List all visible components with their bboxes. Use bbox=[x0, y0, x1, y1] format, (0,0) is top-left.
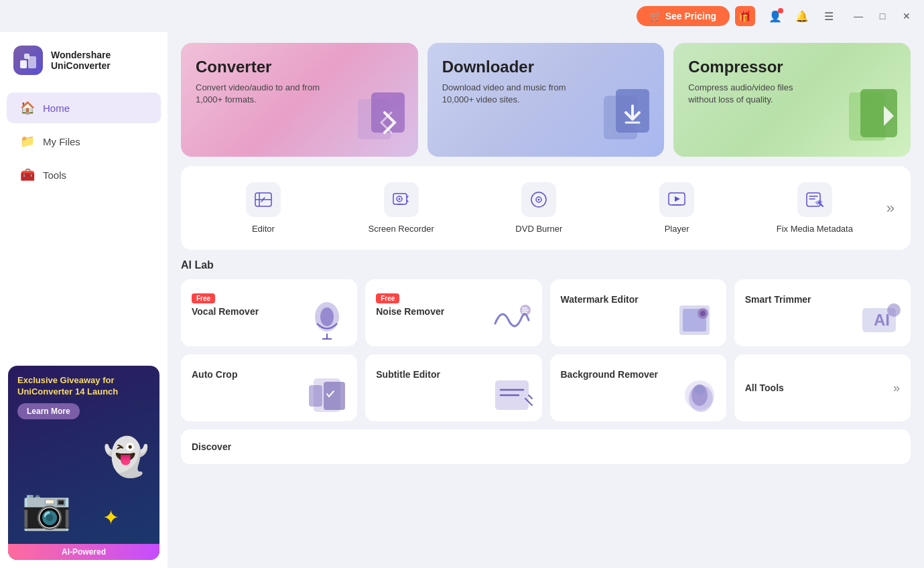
sidebar: Wondershare UniConverter 🏠 Home 📁 My Fil… bbox=[0, 32, 168, 568]
tool-fix-media-metadata[interactable]: Fix Media Metadata bbox=[746, 177, 884, 239]
auto-crop-card[interactable]: Auto Crop bbox=[181, 354, 357, 421]
fix-media-metadata-icon bbox=[797, 182, 832, 217]
svg-rect-0 bbox=[20, 60, 27, 68]
compressor-desc: Compress audio/video files without loss … bbox=[688, 82, 822, 106]
see-pricing-label: See Pricing bbox=[665, 11, 716, 21]
discover-section: Discover bbox=[181, 429, 911, 464]
converter-icon bbox=[351, 86, 411, 157]
noise-remover-card[interactable]: Free Noise Remover bbox=[365, 279, 541, 346]
subtitle-editor-icon bbox=[488, 375, 535, 418]
tool-player[interactable]: Player bbox=[608, 177, 746, 239]
svg-rect-41 bbox=[324, 382, 345, 410]
bell-icon: 🔔 bbox=[795, 10, 809, 23]
editor-label: Editor bbox=[252, 224, 275, 234]
compressor-icon bbox=[844, 86, 904, 157]
vocal-remover-card[interactable]: Free Vocal Remover bbox=[181, 279, 357, 346]
notification-badge bbox=[778, 8, 783, 13]
tool-editor[interactable]: Editor bbox=[194, 177, 332, 239]
noise-icon bbox=[488, 300, 535, 343]
minimize-button[interactable]: — bbox=[849, 7, 868, 25]
tool-screen-recorder[interactable]: Screen Recorder bbox=[332, 177, 470, 239]
my-files-label: My Files bbox=[43, 136, 80, 147]
ai-lab-title: AI Lab bbox=[181, 259, 911, 271]
ai-powered-badge: AI-Powered bbox=[8, 544, 159, 560]
ghost-image: 👻 bbox=[103, 435, 149, 479]
auto-crop-title: Auto Crop bbox=[192, 369, 237, 380]
maximize-button[interactable]: □ bbox=[873, 7, 892, 25]
smart-trimmer-card[interactable]: Smart Trimmer AI bbox=[734, 279, 911, 346]
background-remover-title: Background Remover bbox=[561, 369, 658, 380]
window-controls: — □ ✕ bbox=[849, 7, 916, 25]
player-icon bbox=[659, 182, 694, 217]
tools-row: Editor Screen Recorder bbox=[181, 166, 911, 250]
screen-recorder-label: Screen Recorder bbox=[368, 224, 434, 234]
downloader-card[interactable]: Downloader Download video and music from… bbox=[427, 43, 665, 157]
all-tools-card[interactable]: All Tools » bbox=[734, 354, 911, 421]
dvd-burner-label: DVD Burner bbox=[515, 224, 562, 234]
star-image: ✦ bbox=[103, 506, 119, 529]
subtitle-editor-card[interactable]: Subtitle Editor bbox=[365, 354, 541, 421]
svg-point-20 bbox=[538, 199, 540, 201]
menu-button[interactable]: ☰ bbox=[819, 7, 838, 25]
discover-card[interactable]: Discover bbox=[181, 429, 911, 464]
sidebar-item-tools[interactable]: 🧰 Tools bbox=[7, 159, 161, 190]
promo-title: Exclusive Giveaway for UniConverter 14 L… bbox=[17, 375, 150, 398]
promo-banner: Exclusive Giveaway for UniConverter 14 L… bbox=[8, 366, 159, 560]
all-tools-title: All Tools bbox=[745, 382, 784, 393]
title-bar: 🛒 See Pricing 🎁 👤 🔔 ☰ — □ ✕ bbox=[0, 0, 924, 32]
close-button[interactable]: ✕ bbox=[897, 7, 916, 25]
tools-more-button[interactable]: » bbox=[884, 194, 897, 222]
svg-point-17 bbox=[398, 198, 400, 200]
fix-media-metadata-label: Fix Media Metadata bbox=[777, 224, 853, 234]
gift-icon: 🎁 bbox=[738, 10, 752, 23]
gift-button[interactable]: 🎁 bbox=[735, 6, 755, 26]
app-logo-icon bbox=[13, 46, 43, 75]
all-tools-chevron-icon: » bbox=[893, 381, 900, 395]
promo-content: Exclusive Giveaway for UniConverter 14 L… bbox=[8, 366, 159, 429]
svg-rect-4 bbox=[371, 92, 405, 133]
converter-title: Converter bbox=[196, 58, 403, 76]
vocal-free-badge: Free bbox=[192, 293, 215, 303]
svg-rect-40 bbox=[309, 385, 322, 407]
sidebar-item-home[interactable]: 🏠 Home bbox=[7, 92, 161, 123]
watermark-editor-card[interactable]: Watermark Editor bbox=[550, 279, 726, 346]
downloader-icon bbox=[597, 86, 657, 157]
minimize-icon: — bbox=[854, 11, 863, 21]
auto-crop-icon bbox=[304, 375, 350, 418]
svg-point-28 bbox=[320, 307, 334, 326]
subtitle-editor-title: Subtitle Editor bbox=[376, 369, 440, 380]
hero-cards: Converter Convert video/audio to and fro… bbox=[181, 43, 911, 157]
profile-button[interactable]: 👤 bbox=[766, 7, 785, 25]
tool-dvd-burner[interactable]: DVD Burner bbox=[470, 177, 608, 239]
screen-recorder-icon bbox=[384, 182, 419, 217]
tools-icon: 🧰 bbox=[20, 167, 35, 182]
svg-marker-22 bbox=[675, 196, 680, 202]
background-remover-card[interactable]: Background Remover bbox=[550, 354, 726, 421]
converter-card[interactable]: Converter Convert video/audio to and fro… bbox=[181, 43, 418, 157]
folder-icon: 📁 bbox=[20, 134, 35, 149]
converter-desc: Convert video/audio to and from 1,000+ f… bbox=[196, 82, 330, 106]
hamburger-icon: ☰ bbox=[824, 10, 834, 23]
promo-image-area: 📷 👻 ✦ bbox=[8, 429, 159, 536]
close-icon: ✕ bbox=[903, 11, 911, 21]
tools-label: Tools bbox=[43, 169, 66, 181]
background-remover-icon bbox=[673, 375, 720, 418]
see-pricing-button[interactable]: 🛒 See Pricing bbox=[637, 6, 730, 26]
learn-more-button[interactable]: Learn More bbox=[17, 403, 80, 419]
compressor-card[interactable]: Compressor Compress audio/video files wi… bbox=[673, 43, 911, 157]
dvd-burner-icon bbox=[521, 182, 556, 217]
vocal-remover-title: Vocal Remover bbox=[192, 306, 259, 317]
home-label: Home bbox=[43, 102, 70, 114]
ai-lab-grid: Free Vocal Remover bbox=[181, 279, 911, 421]
main-layout: Wondershare UniConverter 🏠 Home 📁 My Fil… bbox=[0, 32, 924, 568]
svg-text:AI: AI bbox=[874, 311, 890, 329]
downloader-title: Downloader bbox=[442, 58, 650, 76]
smart-trimmer-icon: AI bbox=[857, 300, 904, 343]
app-logo-text: Wondershare UniConverter bbox=[51, 50, 111, 71]
sidebar-item-my-files[interactable]: 📁 My Files bbox=[7, 126, 161, 157]
svg-point-35 bbox=[700, 311, 706, 316]
noise-free-badge: Free bbox=[376, 293, 399, 303]
player-label: Player bbox=[665, 224, 689, 234]
bell-button[interactable]: 🔔 bbox=[793, 7, 811, 25]
maximize-icon: □ bbox=[880, 11, 885, 21]
